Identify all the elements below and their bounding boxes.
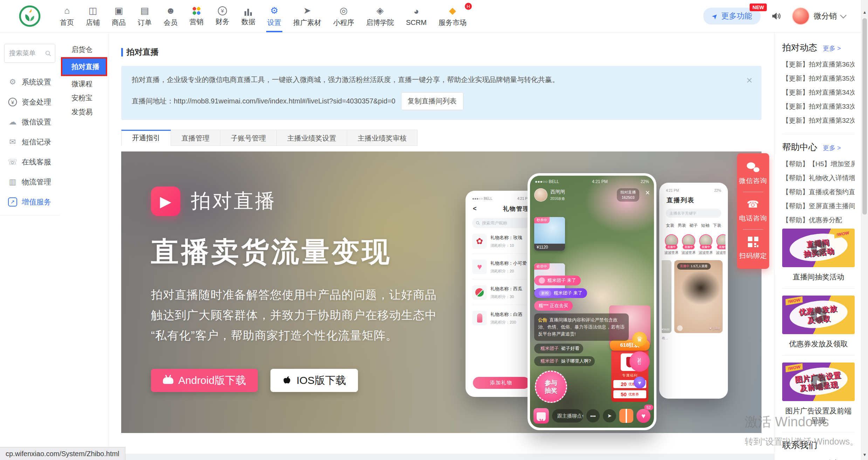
- sidebar-item-logistics[interactable]: ▥ 物流管理: [0, 172, 60, 192]
- nav-label: 订单: [138, 18, 152, 27]
- android-download-button[interactable]: Android版下载: [151, 369, 258, 392]
- sidebar-item-funds[interactable]: ¥ 资金处理: [0, 92, 60, 112]
- like-count: ♥ 1.4w: [709, 326, 720, 330]
- news-item[interactable]: 【更新】拍对直播第32次更新...: [782, 114, 855, 128]
- video-thumbnail[interactable]: !WOW 直播间 抽奖活动 ▶: [782, 229, 855, 267]
- scroll-down-arrow[interactable]: ▼: [861, 452, 868, 457]
- ios-download-button[interactable]: IOS版下载: [270, 369, 358, 392]
- more-features-button[interactable]: ➤ 更多功能 NEW: [703, 8, 760, 25]
- online-service-label[interactable]: 在线客服: [819, 459, 847, 460]
- tab-anchor-bonus-review[interactable]: 主播业绩奖审核: [347, 130, 418, 146]
- tab-subaccount-management[interactable]: 子账号管理: [220, 130, 277, 146]
- nav-item-scrm[interactable]: ◕ SCRM: [400, 0, 433, 32]
- play-button-icon[interactable]: ▶: [811, 374, 826, 390]
- nav-item-orders[interactable]: ▤ 订单: [132, 0, 158, 32]
- new-badge: NEW: [750, 4, 767, 11]
- nav-item-miniprogram[interactable]: ◎ 小程序: [327, 0, 360, 32]
- menu-search-input[interactable]: [8, 49, 42, 58]
- banner-headline: 直播卖货流量变现: [151, 234, 437, 271]
- play-button-icon[interactable]: ▶: [811, 240, 826, 256]
- copy-live-list-button[interactable]: 复制直播间列表: [401, 92, 463, 110]
- divider: [782, 432, 855, 432]
- nav-item-marketing[interactable]: 营销: [184, 0, 209, 32]
- news-item[interactable]: 【更新】拍对直播第33次更新...: [782, 100, 855, 114]
- product-price: ¥1120: [534, 244, 565, 251]
- news-item[interactable]: 【更新】拍对直播第36次更新...: [782, 58, 855, 72]
- room-badge-text: 拍对直播: [620, 190, 636, 195]
- help-more-link[interactable]: 更多 >: [823, 144, 841, 152]
- phone-consult-button[interactable]: ☎ 电话咨询: [737, 192, 769, 229]
- contact-title: 联系我们: [782, 439, 855, 451]
- streamer-avatar: [534, 188, 547, 202]
- battery-text: 22%: [641, 179, 649, 184]
- nav-item-home[interactable]: ⌂ 首页: [54, 0, 80, 32]
- nav-item-store[interactable]: ◫ 店铺: [80, 0, 106, 32]
- submenu-item-fahuoyi[interactable]: 发货易: [60, 105, 109, 119]
- help-item[interactable]: 【帮助】直播或者预约直播，...: [782, 185, 855, 199]
- help-item[interactable]: 【帮助】优惠券分配: [782, 213, 855, 227]
- play-button-icon[interactable]: ▶: [811, 307, 826, 323]
- sidebar-item-wechat-settings[interactable]: ☁ 微信设置: [0, 112, 60, 132]
- nav-item-members[interactable]: ☻ 会员: [158, 0, 184, 32]
- tab-opening-guide[interactable]: 开通指引: [121, 130, 171, 146]
- scan-bind-button[interactable]: 扫码绑定: [737, 230, 769, 267]
- sidebar-item-label: 在线客服: [22, 157, 51, 167]
- submenu-item-paidui-live[interactable]: 拍对直播: [62, 59, 106, 75]
- tag: 女装: [666, 223, 674, 229]
- help-item[interactable]: 【帮助】竖屏直播主播间连麦 PK: [782, 199, 855, 213]
- hot-badge: H: [465, 3, 472, 10]
- submenu-item-anfenbao[interactable]: 安粉宝: [60, 91, 109, 105]
- gift-row: 礼物名称：西瓜 消耗积分：30: [472, 285, 530, 305]
- nav-item-academy[interactable]: ◈ 启博学院: [360, 0, 400, 32]
- video-thumbnail[interactable]: !WOW 优惠券发放 及领取 ▶: [782, 296, 855, 334]
- content-tabs: 开通指引 直播管理 子账号管理 主播业绩奖设置 主播业绩奖审核: [121, 130, 762, 146]
- topnav-right-cluster: ➤ 更多功能 NEW 微分销: [703, 7, 846, 25]
- nav-item-finance[interactable]: ¥ 财务: [209, 0, 235, 32]
- nav-item-promote[interactable]: ➤ 推广素材: [287, 0, 327, 32]
- menu-search-box[interactable]: [4, 44, 55, 63]
- news-item[interactable]: 【更新】拍对直播第35次更新...: [782, 72, 855, 86]
- news-item[interactable]: 【更新】拍对直播第34次更新...: [782, 86, 855, 100]
- close-icon[interactable]: ×: [746, 75, 752, 86]
- apple-icon: [282, 375, 291, 386]
- account-menu[interactable]: 微分销: [792, 7, 846, 25]
- sidebar-item-online-service[interactable]: ☏ 在线客服: [0, 152, 60, 172]
- news-more-link[interactable]: 更多 >: [823, 44, 841, 53]
- browser-scrollbar[interactable]: ▲ ▼: [861, 0, 868, 460]
- sidebar-item-label: 增值服务: [22, 197, 51, 207]
- phone-mockup-gift-management: ●●●○○ BELL 4:21 PM < 礼物管理 搜索用户昵称: [466, 191, 537, 397]
- nav-item-market[interactable]: ◆ H 服务市场: [433, 0, 473, 32]
- help-title: 帮助中心: [782, 141, 817, 153]
- video-thumbnail[interactable]: !WOW 图片广告设置 及前端呈现 ▶: [782, 363, 855, 401]
- help-item[interactable]: 【帮助】【H5】增加竖屏礼物...: [782, 157, 855, 171]
- sidebar-item-value-added-services[interactable]: ↗ 增值服务: [0, 192, 60, 212]
- help-item[interactable]: 【帮助】礼物收入详情增加粉...: [782, 171, 855, 185]
- brand-logo[interactable]: [18, 5, 41, 28]
- wechat-consult-button[interactable]: 微信咨询: [737, 155, 769, 192]
- scroll-up-arrow[interactable]: ▲: [861, 10, 868, 15]
- coupon-50: 50 优惠券: [613, 390, 646, 398]
- info-notice: 拍对直播，企业级专业的微信电商直播工具，一键嵌入微商城，强力激活粉丝活跃度，直播…: [121, 66, 762, 120]
- tab-live-management[interactable]: 直播管理: [171, 130, 220, 146]
- sidebar-item-sms-records[interactable]: ✉ 短信记录: [0, 132, 60, 152]
- sidebar-item-system-settings[interactable]: ⚙ 系统设置: [0, 72, 60, 92]
- wechat-icon: [747, 162, 759, 172]
- submenu-item-weikecheng[interactable]: 微课程: [60, 77, 109, 91]
- bar-chart-icon: [243, 6, 253, 16]
- chat-input: 跟主播聊点什么?: [552, 409, 583, 422]
- nav-label: 推广素材: [293, 18, 321, 27]
- marketing-dots-icon: [192, 6, 201, 16]
- scrollbar-thumb[interactable]: [862, 18, 867, 215]
- channel-name: 波波世界: [682, 250, 696, 255]
- nav-item-settings[interactable]: ⚙ 设置: [261, 0, 287, 32]
- tab-anchor-bonus-settings[interactable]: 主播业绩奖设置: [277, 130, 347, 146]
- search-icon: [476, 221, 480, 225]
- nav-item-data[interactable]: 数据: [235, 0, 261, 32]
- carrier-text: ●●●○○ BELL: [472, 197, 492, 201]
- submenu-item-qihuocang[interactable]: 启货仓: [60, 42, 109, 56]
- speaker-icon[interactable]: [771, 11, 781, 21]
- nav-item-goods[interactable]: ▣ 商品: [106, 0, 132, 32]
- gift-search-box: 搜索用户昵称: [472, 218, 530, 228]
- live-viewers-badge: 直播中1.5万人观看: [677, 263, 711, 270]
- promo-banner: ▶ 拍对直播 直播卖货流量变现 拍对直播随时准备解答您使用中产品的问题，让好商品…: [121, 151, 762, 433]
